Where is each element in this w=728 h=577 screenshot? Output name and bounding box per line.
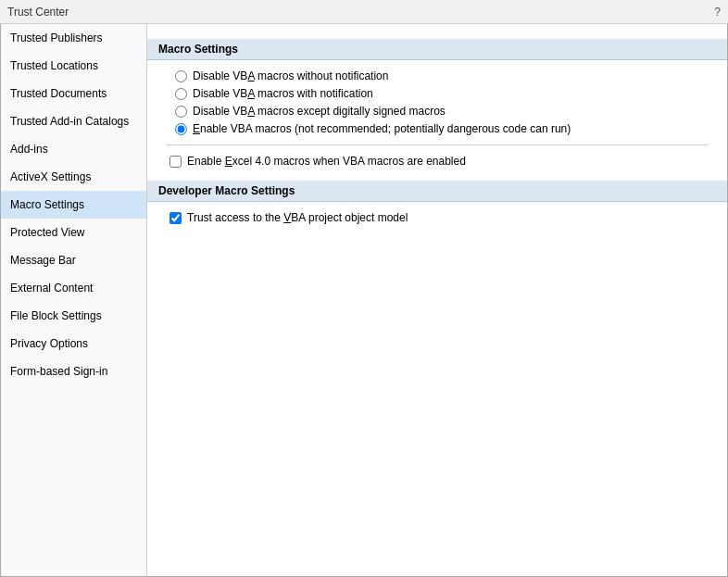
macro-settings-header: Macro Settings	[147, 39, 727, 60]
developer-macro-settings-header: Developer Macro Settings	[147, 181, 727, 202]
sidebar-item-activex-settings[interactable]: ActiveX Settings	[1, 163, 146, 191]
radio-item-disable-with-notify: Disable VBA macros with notification	[175, 87, 709, 100]
vba-project-checkbox[interactable]	[169, 212, 182, 224]
excel-macro-checkbox-item: Enable Excel 4.0 macros when VBA macros …	[169, 155, 709, 168]
sidebar-item-file-block-settings[interactable]: File Block Settings	[1, 302, 146, 330]
sidebar-item-trusted-publishers[interactable]: Trusted Publishers	[1, 24, 146, 52]
radio-disable-no-notify[interactable]	[175, 70, 187, 82]
vba-project-checkbox-item: Trust access to the VBA project object m…	[169, 211, 709, 224]
macro-radio-group: Disable VBA macros without notification …	[175, 69, 709, 135]
sidebar-item-macro-settings[interactable]: Macro Settings	[1, 191, 146, 219]
sidebar-item-trusted-addin-catalogs[interactable]: Trusted Add-in Catalogs	[1, 107, 146, 135]
sidebar-item-add-ins[interactable]: Add-ins	[1, 135, 146, 163]
radio-label-enable-vba[interactable]: Enable VBA macros (not recommended; pote…	[193, 122, 571, 135]
dialog-body: Trusted PublishersTrusted LocationsTrust…	[0, 24, 728, 577]
radio-item-disable-except-signed: Disable VBA macros except digitally sign…	[175, 105, 709, 118]
sidebar: Trusted PublishersTrusted LocationsTrust…	[1, 24, 147, 576]
sidebar-item-trusted-locations[interactable]: Trusted Locations	[1, 52, 146, 80]
sidebar-item-external-content[interactable]: External Content	[1, 274, 146, 302]
radio-label-disable-no-notify[interactable]: Disable VBA macros without notification	[193, 69, 388, 82]
radio-label-disable-with-notify[interactable]: Disable VBA macros with notification	[193, 87, 373, 100]
radio-disable-except-signed[interactable]	[175, 106, 187, 118]
radio-item-disable-no-notify: Disable VBA macros without notification	[175, 69, 709, 82]
dialog-title: Trust Center	[7, 6, 69, 19]
title-bar: Trust Center ?	[0, 0, 728, 24]
radio-item-enable-vba: Enable VBA macros (not recommended; pote…	[175, 122, 709, 135]
radio-disable-with-notify[interactable]	[175, 88, 187, 100]
radio-label-disable-except-signed[interactable]: Disable VBA macros except digitally sign…	[193, 105, 446, 118]
sidebar-item-protected-view[interactable]: Protected View	[1, 219, 146, 246]
sidebar-item-privacy-options[interactable]: Privacy Options	[1, 330, 146, 357]
vba-project-label[interactable]: Trust access to the VBA project object m…	[187, 211, 408, 224]
sidebar-item-message-bar[interactable]: Message Bar	[1, 246, 146, 274]
sidebar-item-trusted-documents[interactable]: Trusted Documents	[1, 80, 146, 107]
sidebar-item-form-based-sign-in[interactable]: Form-based Sign-in	[1, 357, 146, 385]
developer-section: Developer Macro Settings Trust access to…	[166, 181, 709, 224]
separator	[166, 144, 709, 145]
excel-macro-checkbox[interactable]	[169, 156, 182, 168]
radio-enable-vba[interactable]	[175, 123, 187, 135]
main-content: Macro Settings Disable VBA macros withou…	[147, 24, 727, 576]
excel-macro-label[interactable]: Enable Excel 4.0 macros when VBA macros …	[187, 155, 466, 168]
help-button[interactable]: ?	[714, 6, 721, 19]
